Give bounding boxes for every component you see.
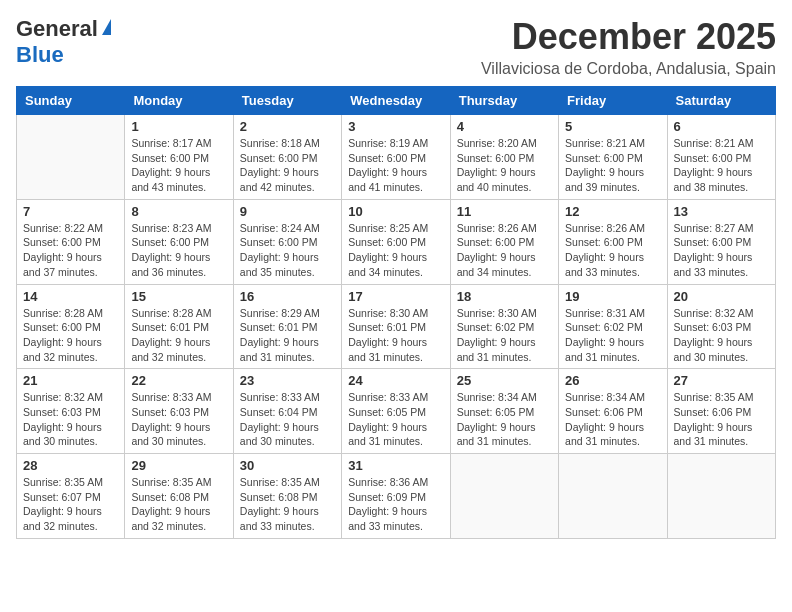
day-info: Sunrise: 8:21 AMSunset: 6:00 PMDaylight:… (674, 136, 769, 195)
calendar-cell: 25Sunrise: 8:34 AMSunset: 6:05 PMDayligh… (450, 369, 558, 454)
logo-triangle-icon (102, 19, 111, 35)
weekday-header: Thursday (450, 87, 558, 115)
calendar-week-row: 1Sunrise: 8:17 AMSunset: 6:00 PMDaylight… (17, 115, 776, 200)
calendar-cell: 11Sunrise: 8:26 AMSunset: 6:00 PMDayligh… (450, 199, 558, 284)
day-number: 30 (240, 458, 335, 473)
day-info: Sunrise: 8:26 AMSunset: 6:00 PMDaylight:… (565, 221, 660, 280)
calendar-cell: 18Sunrise: 8:30 AMSunset: 6:02 PMDayligh… (450, 284, 558, 369)
location-title: Villaviciosa de Cordoba, Andalusia, Spai… (481, 60, 776, 78)
calendar-cell: 26Sunrise: 8:34 AMSunset: 6:06 PMDayligh… (559, 369, 667, 454)
calendar-cell: 16Sunrise: 8:29 AMSunset: 6:01 PMDayligh… (233, 284, 341, 369)
day-info: Sunrise: 8:30 AMSunset: 6:01 PMDaylight:… (348, 306, 443, 365)
day-number: 28 (23, 458, 118, 473)
calendar-cell: 22Sunrise: 8:33 AMSunset: 6:03 PMDayligh… (125, 369, 233, 454)
day-number: 18 (457, 289, 552, 304)
calendar-cell: 17Sunrise: 8:30 AMSunset: 6:01 PMDayligh… (342, 284, 450, 369)
day-number: 31 (348, 458, 443, 473)
logo: General Blue (16, 16, 111, 68)
day-info: Sunrise: 8:33 AMSunset: 6:05 PMDaylight:… (348, 390, 443, 449)
calendar-cell: 24Sunrise: 8:33 AMSunset: 6:05 PMDayligh… (342, 369, 450, 454)
day-number: 24 (348, 373, 443, 388)
calendar-week-row: 14Sunrise: 8:28 AMSunset: 6:00 PMDayligh… (17, 284, 776, 369)
day-number: 13 (674, 204, 769, 219)
day-info: Sunrise: 8:30 AMSunset: 6:02 PMDaylight:… (457, 306, 552, 365)
calendar-cell: 21Sunrise: 8:32 AMSunset: 6:03 PMDayligh… (17, 369, 125, 454)
day-info: Sunrise: 8:26 AMSunset: 6:00 PMDaylight:… (457, 221, 552, 280)
calendar-cell: 19Sunrise: 8:31 AMSunset: 6:02 PMDayligh… (559, 284, 667, 369)
day-info: Sunrise: 8:27 AMSunset: 6:00 PMDaylight:… (674, 221, 769, 280)
weekday-header: Saturday (667, 87, 775, 115)
day-info: Sunrise: 8:31 AMSunset: 6:02 PMDaylight:… (565, 306, 660, 365)
calendar-cell: 23Sunrise: 8:33 AMSunset: 6:04 PMDayligh… (233, 369, 341, 454)
day-number: 5 (565, 119, 660, 134)
day-info: Sunrise: 8:29 AMSunset: 6:01 PMDaylight:… (240, 306, 335, 365)
calendar-cell: 29Sunrise: 8:35 AMSunset: 6:08 PMDayligh… (125, 454, 233, 539)
day-number: 26 (565, 373, 660, 388)
day-info: Sunrise: 8:35 AMSunset: 6:06 PMDaylight:… (674, 390, 769, 449)
day-info: Sunrise: 8:35 AMSunset: 6:07 PMDaylight:… (23, 475, 118, 534)
calendar-cell: 5Sunrise: 8:21 AMSunset: 6:00 PMDaylight… (559, 115, 667, 200)
calendar-week-row: 7Sunrise: 8:22 AMSunset: 6:00 PMDaylight… (17, 199, 776, 284)
day-info: Sunrise: 8:18 AMSunset: 6:00 PMDaylight:… (240, 136, 335, 195)
calendar-cell (17, 115, 125, 200)
day-number: 4 (457, 119, 552, 134)
day-info: Sunrise: 8:35 AMSunset: 6:08 PMDaylight:… (240, 475, 335, 534)
day-number: 3 (348, 119, 443, 134)
day-number: 8 (131, 204, 226, 219)
calendar-header-row: SundayMondayTuesdayWednesdayThursdayFrid… (17, 87, 776, 115)
calendar-cell: 3Sunrise: 8:19 AMSunset: 6:00 PMDaylight… (342, 115, 450, 200)
calendar-cell: 14Sunrise: 8:28 AMSunset: 6:00 PMDayligh… (17, 284, 125, 369)
calendar-cell: 6Sunrise: 8:21 AMSunset: 6:00 PMDaylight… (667, 115, 775, 200)
calendar-cell: 28Sunrise: 8:35 AMSunset: 6:07 PMDayligh… (17, 454, 125, 539)
day-number: 16 (240, 289, 335, 304)
day-info: Sunrise: 8:20 AMSunset: 6:00 PMDaylight:… (457, 136, 552, 195)
day-info: Sunrise: 8:33 AMSunset: 6:03 PMDaylight:… (131, 390, 226, 449)
logo-general-text: General (16, 16, 98, 42)
day-number: 27 (674, 373, 769, 388)
day-info: Sunrise: 8:34 AMSunset: 6:06 PMDaylight:… (565, 390, 660, 449)
day-info: Sunrise: 8:33 AMSunset: 6:04 PMDaylight:… (240, 390, 335, 449)
page-header: General Blue December 2025 Villaviciosa … (16, 16, 776, 78)
day-info: Sunrise: 8:25 AMSunset: 6:00 PMDaylight:… (348, 221, 443, 280)
day-number: 19 (565, 289, 660, 304)
calendar-week-row: 21Sunrise: 8:32 AMSunset: 6:03 PMDayligh… (17, 369, 776, 454)
calendar-cell: 12Sunrise: 8:26 AMSunset: 6:00 PMDayligh… (559, 199, 667, 284)
day-number: 11 (457, 204, 552, 219)
day-info: Sunrise: 8:17 AMSunset: 6:00 PMDaylight:… (131, 136, 226, 195)
calendar-cell (559, 454, 667, 539)
calendar-cell: 13Sunrise: 8:27 AMSunset: 6:00 PMDayligh… (667, 199, 775, 284)
day-info: Sunrise: 8:28 AMSunset: 6:01 PMDaylight:… (131, 306, 226, 365)
day-number: 7 (23, 204, 118, 219)
day-info: Sunrise: 8:35 AMSunset: 6:08 PMDaylight:… (131, 475, 226, 534)
calendar-cell: 4Sunrise: 8:20 AMSunset: 6:00 PMDaylight… (450, 115, 558, 200)
day-info: Sunrise: 8:21 AMSunset: 6:00 PMDaylight:… (565, 136, 660, 195)
day-info: Sunrise: 8:24 AMSunset: 6:00 PMDaylight:… (240, 221, 335, 280)
weekday-header: Sunday (17, 87, 125, 115)
day-info: Sunrise: 8:19 AMSunset: 6:00 PMDaylight:… (348, 136, 443, 195)
day-number: 21 (23, 373, 118, 388)
day-number: 29 (131, 458, 226, 473)
day-info: Sunrise: 8:23 AMSunset: 6:00 PMDaylight:… (131, 221, 226, 280)
weekday-header: Wednesday (342, 87, 450, 115)
day-info: Sunrise: 8:36 AMSunset: 6:09 PMDaylight:… (348, 475, 443, 534)
calendar-cell: 10Sunrise: 8:25 AMSunset: 6:00 PMDayligh… (342, 199, 450, 284)
weekday-header: Tuesday (233, 87, 341, 115)
calendar-cell (450, 454, 558, 539)
calendar-cell: 20Sunrise: 8:32 AMSunset: 6:03 PMDayligh… (667, 284, 775, 369)
day-number: 14 (23, 289, 118, 304)
day-info: Sunrise: 8:34 AMSunset: 6:05 PMDaylight:… (457, 390, 552, 449)
calendar-cell: 31Sunrise: 8:36 AMSunset: 6:09 PMDayligh… (342, 454, 450, 539)
calendar-cell: 2Sunrise: 8:18 AMSunset: 6:00 PMDaylight… (233, 115, 341, 200)
calendar-table: SundayMondayTuesdayWednesdayThursdayFrid… (16, 86, 776, 539)
day-number: 2 (240, 119, 335, 134)
calendar-cell (667, 454, 775, 539)
calendar-cell: 8Sunrise: 8:23 AMSunset: 6:00 PMDaylight… (125, 199, 233, 284)
day-info: Sunrise: 8:28 AMSunset: 6:00 PMDaylight:… (23, 306, 118, 365)
day-number: 6 (674, 119, 769, 134)
month-title: December 2025 (481, 16, 776, 58)
calendar-cell: 9Sunrise: 8:24 AMSunset: 6:00 PMDaylight… (233, 199, 341, 284)
calendar-week-row: 28Sunrise: 8:35 AMSunset: 6:07 PMDayligh… (17, 454, 776, 539)
calendar-cell: 27Sunrise: 8:35 AMSunset: 6:06 PMDayligh… (667, 369, 775, 454)
day-number: 9 (240, 204, 335, 219)
day-info: Sunrise: 8:32 AMSunset: 6:03 PMDaylight:… (674, 306, 769, 365)
